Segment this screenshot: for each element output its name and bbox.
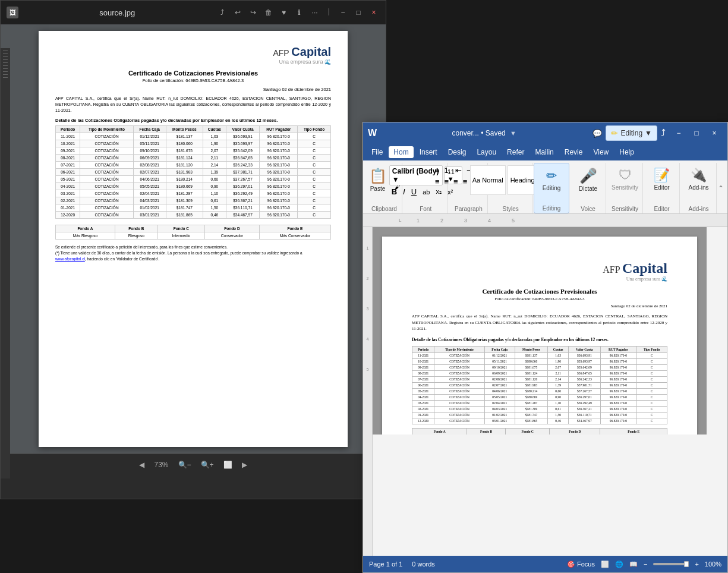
table-cell: 2,14 bbox=[548, 376, 568, 382]
dictate-label: Dictate bbox=[579, 185, 597, 192]
word-doc-page: AFP Capital Una empresa sura 🌊 Certifica… bbox=[382, 237, 697, 435]
table-row: 02-2021COTIZACIÓN04/03/2021$181.3090,61$… bbox=[56, 197, 331, 204]
menu-home[interactable]: Hom bbox=[389, 146, 413, 158]
table-cell: 02/04/2021 bbox=[484, 400, 515, 406]
menu-mailings[interactable]: Mailin bbox=[530, 146, 558, 158]
table-cell: COTIZACIÓN bbox=[434, 382, 484, 388]
focus-btn[interactable]: 🎯 Focus bbox=[567, 561, 595, 568]
table-cell: $181.747 bbox=[166, 204, 203, 212]
word-close-btn[interactable]: × bbox=[706, 125, 723, 141]
table-cell: 96.820.170-0 bbox=[260, 147, 298, 155]
viewer-zoom-out-btn[interactable]: 🔍− bbox=[178, 461, 191, 469]
viewer-more-btn[interactable]: ··· bbox=[309, 7, 321, 18]
editing-ribbon-icon: ✏ bbox=[546, 168, 557, 184]
menu-view[interactable]: View bbox=[588, 146, 613, 158]
italic-btn[interactable]: I bbox=[401, 187, 408, 197]
table-cell: 02/07/2021 bbox=[484, 382, 515, 388]
word-doc-folio: Folio de certificación: 649B5-9MI3-CA75B… bbox=[412, 297, 667, 301]
viewer-favorite-btn[interactable]: ♥ bbox=[278, 7, 290, 18]
styles-gallery[interactable]: Aa Normal bbox=[470, 165, 506, 195]
addins-icon: 🔌 bbox=[691, 168, 707, 183]
ribbon-expand-btn[interactable]: ⌃ bbox=[718, 184, 724, 193]
voice-label: Voice bbox=[574, 206, 602, 213]
table-cell: 1,90 bbox=[548, 358, 568, 364]
bold-btn[interactable]: B bbox=[389, 187, 399, 197]
zoom-in-btn[interactable]: + bbox=[695, 561, 698, 568]
editing-ribbon-btn[interactable]: ✏ Editing bbox=[539, 166, 565, 194]
ribbon-paste-btn[interactable]: 📋 Paste bbox=[365, 165, 390, 194]
fondos-value-cell: Intermedio bbox=[157, 232, 204, 240]
table-cell: C bbox=[636, 394, 667, 400]
table-cell: C bbox=[636, 388, 667, 394]
table-cell: $35.642,09 bbox=[226, 147, 260, 155]
table-cell: COTIZACIÓN bbox=[434, 358, 484, 364]
align-right-btn[interactable]: ≡ bbox=[452, 177, 460, 187]
table-cell: $36.292,49 bbox=[226, 190, 260, 197]
paste-label: Paste bbox=[370, 185, 386, 192]
viewer-fit-btn[interactable]: ⬜ bbox=[223, 461, 232, 469]
table-row: 01-2021COTIZACIÓN01/02/2021$181.7471,50$… bbox=[412, 412, 667, 418]
strikethrough-btn[interactable]: ab bbox=[420, 188, 432, 196]
viewer-share-btn[interactable]: ⤴ bbox=[216, 7, 228, 18]
table-cell: 10-2021 bbox=[56, 140, 80, 147]
word-title-icons: 💬 ✏ Editing ▼ ⤴ bbox=[593, 125, 666, 141]
viewer-rotate2-btn[interactable]: ↪ bbox=[247, 7, 259, 18]
word-maximize-btn[interactable]: □ bbox=[688, 125, 705, 141]
table-cell: COTIZACIÓN bbox=[434, 394, 484, 400]
menu-design[interactable]: Desig bbox=[443, 146, 471, 158]
table-cell: 01/12/2021 bbox=[484, 352, 515, 358]
menu-review[interactable]: Revie bbox=[560, 146, 588, 158]
table-cell: $181.137 bbox=[166, 133, 203, 140]
table-row: 03-2021COTIZACIÓN02/04/2021$181.2871,10$… bbox=[56, 190, 331, 197]
viewer-content: AFP Capital Una empresa sura 🌊 Certifica… bbox=[1, 24, 386, 454]
viewer-maximize-btn[interactable]: □ bbox=[352, 7, 364, 18]
word-share-icon[interactable]: ⤴ bbox=[661, 128, 666, 138]
table-cell: $36.242,33 bbox=[568, 376, 600, 382]
menu-references[interactable]: Refer bbox=[502, 146, 529, 158]
justify-btn[interactable]: ≡ bbox=[461, 177, 469, 187]
word-minimize-btn[interactable]: − bbox=[670, 125, 687, 141]
underline-btn[interactable]: U bbox=[409, 187, 419, 197]
viewer-prev-btn[interactable]: ◀ bbox=[139, 461, 144, 469]
fondos-header-cell: Fondo B bbox=[115, 225, 157, 232]
table-cell: 01/02/2021 bbox=[133, 204, 166, 212]
table-cell: COTIZACIÓN bbox=[80, 204, 134, 212]
editing-mode-btn[interactable]: ✏ Editing ▼ bbox=[606, 125, 657, 141]
editing-ribbon-label: Editing bbox=[543, 185, 561, 191]
word-doc-area[interactable]: AFP Capital Una empresa sura 🌊 Certifica… bbox=[373, 227, 707, 435]
table-cell: 01/12/2021 bbox=[133, 133, 166, 140]
table-cell: $180.669 bbox=[166, 183, 203, 190]
indent-decrease-btn[interactable]: ⇤ bbox=[453, 165, 464, 175]
viewer-close-btn[interactable]: × bbox=[368, 7, 380, 18]
editor-btn[interactable]: 📝 Editor bbox=[650, 165, 674, 193]
word-collab-icon[interactable]: 💬 bbox=[593, 129, 602, 138]
table-cell: 02-2021 bbox=[56, 197, 80, 204]
viewer-rotate-btn[interactable]: ↩ bbox=[232, 7, 244, 18]
layout-view-btn[interactable]: ⬜ bbox=[601, 561, 609, 568]
viewer-next-btn[interactable]: ▶ bbox=[242, 461, 247, 469]
sensitivity-btn[interactable]: 🛡 Sensitivity bbox=[608, 165, 642, 193]
viewer-zoom-in-btn[interactable]: 🔍+ bbox=[201, 461, 214, 469]
dictate-btn[interactable]: 🎤 Dictate bbox=[575, 165, 601, 194]
viewer-minimize-btn[interactable]: − bbox=[337, 7, 349, 18]
zoom-out-btn[interactable]: − bbox=[644, 561, 647, 568]
menu-help[interactable]: Help bbox=[614, 146, 639, 158]
table-cell: COTIZACIÓN bbox=[434, 376, 484, 382]
footer-link[interactable]: www.afpcapital.cl bbox=[55, 257, 85, 261]
bullets-btn[interactable]: ≡ bbox=[433, 165, 442, 175]
menu-file[interactable]: File bbox=[367, 146, 387, 158]
menu-layout[interactable]: Layou bbox=[472, 146, 501, 158]
web-view-btn[interactable]: 🌐 bbox=[615, 561, 623, 568]
table-cell: $181.983 bbox=[515, 382, 548, 388]
read-mode-btn[interactable]: 📖 bbox=[629, 561, 638, 568]
viewer-info-btn[interactable]: ℹ bbox=[294, 7, 305, 18]
viewer-delete-btn[interactable]: 🗑 bbox=[263, 7, 275, 18]
word-doc-subtitle: Detalle de las Cotizaciones Obligatorias… bbox=[412, 337, 667, 342]
table-cell: 2,14 bbox=[203, 162, 226, 169]
align-center-btn[interactable]: ≡ bbox=[443, 177, 451, 187]
align-left-btn[interactable]: ≡ bbox=[433, 177, 442, 187]
menu-insert[interactable]: Insert bbox=[415, 146, 442, 158]
addins-btn[interactable]: 🔌 Add-ins bbox=[685, 165, 713, 193]
numbering-btn[interactable]: 1. bbox=[443, 165, 453, 175]
table-cell: COTIZACIÓN bbox=[434, 364, 484, 370]
